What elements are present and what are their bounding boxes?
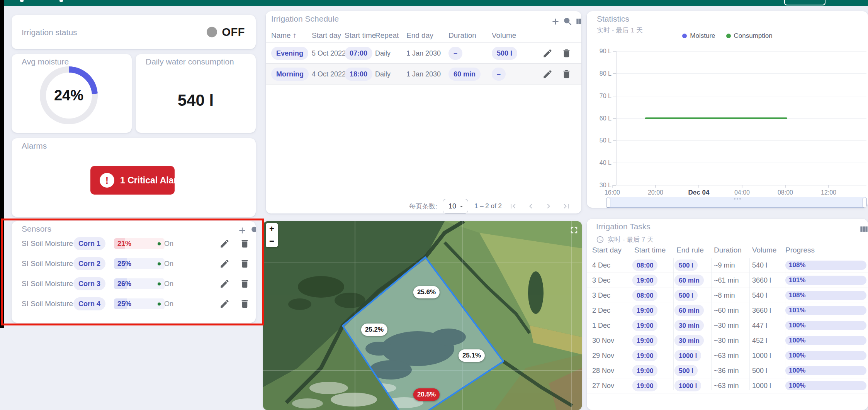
- schedule-row[interactable]: Morning4 Oct 202218:00Daily1 Jan 203060 …: [266, 64, 581, 85]
- alarm-label: 1 Critical Alarm: [120, 175, 185, 186]
- sensor-state: On: [158, 280, 173, 288]
- task-row[interactable]: 28 Nov19:00500 l~36 min500 l100%: [587, 363, 868, 378]
- topbar-clipped-text: [20, 0, 24, 2]
- time-range-scrollbar[interactable]: [607, 197, 866, 208]
- column-start-time[interactable]: Start time: [345, 31, 376, 40]
- column-end-day[interactable]: End day: [406, 31, 433, 40]
- start-time: 19:00: [632, 305, 657, 316]
- column-duration[interactable]: Duration: [448, 31, 476, 40]
- sensor-row[interactable]: SI Soil Moisture 6Corn 225%On: [12, 254, 256, 274]
- sensor-row[interactable]: SI Soil Moisture 7Corn 326%On: [12, 274, 256, 294]
- active-dot-icon: [158, 302, 161, 305]
- sensor-moisture-value: 25%: [114, 258, 165, 269]
- column-start-time[interactable]: Start time: [634, 246, 666, 254]
- range-handle-right[interactable]: [863, 198, 867, 208]
- edit-button[interactable]: [219, 279, 230, 289]
- delete-button[interactable]: [240, 239, 250, 249]
- task-row[interactable]: 4 Dec08:00500 l~9 min540 l108%: [587, 258, 868, 273]
- column-end-rule[interactable]: End rule: [676, 246, 704, 254]
- moisture-marker[interactable]: 25.1%: [459, 349, 485, 362]
- satellite-map[interactable]: [263, 221, 582, 410]
- edit-button[interactable]: [219, 259, 230, 269]
- delete-button[interactable]: [240, 259, 250, 269]
- line-chart: 90 L80 L70 L60 L50 L40 L30 L16:0020:00De…: [587, 11, 868, 208]
- clock-icon: [596, 235, 604, 244]
- svg-text:80 L: 80 L: [600, 70, 612, 77]
- column-start-day[interactable]: Start day: [592, 246, 622, 254]
- volume: 447 l: [752, 322, 767, 330]
- column-repeat[interactable]: Repeat: [375, 31, 399, 40]
- task-row[interactable]: 3 Dec08:00500 l~8 min540 l108%: [587, 288, 868, 303]
- window-edge: [0, 0, 4, 328]
- delete-button[interactable]: [240, 279, 250, 289]
- next-page-icon[interactable]: [544, 202, 553, 211]
- edit-button[interactable]: [542, 69, 553, 79]
- last-page-icon[interactable]: [562, 202, 571, 211]
- moisture-marker-alert[interactable]: 20.5%: [413, 388, 440, 401]
- column-start-day[interactable]: Start day: [312, 31, 341, 40]
- column-volume[interactable]: Volume: [752, 246, 776, 254]
- page-size-select[interactable]: 10: [443, 199, 468, 213]
- delete-button[interactable]: [561, 48, 572, 58]
- first-page-icon[interactable]: [508, 202, 518, 211]
- schedule-rows: Evening5 Oct 202207:00Daily1 Jan 2030–50…: [266, 43, 581, 85]
- topbar-button[interactable]: [784, 0, 826, 5]
- progress-badge: 100%: [785, 366, 866, 375]
- edit-button[interactable]: [542, 48, 553, 58]
- fullscreen-icon[interactable]: [570, 226, 578, 234]
- edit-button[interactable]: [219, 239, 230, 249]
- previous-page-icon[interactable]: [526, 202, 535, 211]
- progress-badge: 100%: [785, 321, 866, 330]
- duration: ~63 min: [714, 382, 739, 390]
- column-progress[interactable]: Progress: [785, 246, 815, 254]
- search-icon[interactable]: [563, 17, 573, 27]
- range-handle-left[interactable]: [606, 198, 610, 208]
- end-rule: 30 min: [674, 320, 704, 331]
- sensor-row[interactable]: SI Soil Moisture 8Corn 425%On: [12, 294, 256, 314]
- columns-icon[interactable]: [859, 224, 868, 234]
- duration: ~30 min: [714, 322, 739, 330]
- add-schedule-button[interactable]: [550, 17, 561, 27]
- column-volume[interactable]: Volume: [492, 31, 516, 40]
- sensor-state: On: [158, 240, 173, 248]
- water-consumption-value: 540 l: [136, 91, 256, 110]
- sensor-state: On: [158, 260, 173, 268]
- task-row[interactable]: 27 Nov19:001000 l~63 min1000 l100%: [587, 378, 868, 393]
- moisture-marker[interactable]: 25.6%: [413, 286, 440, 298]
- topbar-clipped-text: [59, 0, 63, 2]
- edit-button[interactable]: [219, 299, 230, 309]
- column-duration[interactable]: Duration: [714, 246, 742, 254]
- svg-text:50 L: 50 L: [600, 137, 612, 144]
- moisture-marker[interactable]: 25.2%: [361, 324, 387, 336]
- volume: 1000 l: [752, 352, 771, 360]
- start-day: 3 Dec: [592, 291, 610, 300]
- sensor-tag: Corn 2: [73, 257, 105, 270]
- irrigation-tasks-card: Irrigation Tasks 实时 - 最后 7 天 Start day S…: [587, 219, 868, 410]
- sort-arrow-icon: ↑: [293, 31, 297, 40]
- progress-badge: 101%: [785, 306, 866, 315]
- zoom-in-button[interactable]: +: [266, 223, 278, 235]
- task-row[interactable]: 3 Dec19:0060 min~61 min3660 l101%: [587, 273, 868, 288]
- top-bar: [0, 0, 868, 6]
- column-name[interactable]: Name: [271, 31, 291, 40]
- task-row[interactable]: 2 Dec19:0060 min~60 min3660 l101%: [587, 303, 868, 318]
- svg-text:90 L: 90 L: [600, 48, 612, 54]
- volume: 3660 l: [752, 276, 771, 285]
- svg-text:60 L: 60 L: [600, 115, 612, 122]
- columns-icon[interactable]: [575, 17, 581, 27]
- critical-alarm-button[interactable]: ! 1 Critical Alarm: [90, 166, 175, 195]
- delete-button[interactable]: [240, 299, 250, 309]
- task-row[interactable]: 30 Nov19:0030 min~30 min452 l100%: [587, 333, 868, 348]
- sensors-card: Sensors SI Soil Moisture 5Corn 121%OnSI …: [12, 221, 256, 323]
- volume: –: [492, 68, 506, 81]
- progress-badge: 108%: [785, 291, 866, 300]
- end-rule: 30 min: [674, 335, 704, 346]
- zoom-out-button[interactable]: −: [266, 235, 278, 247]
- delete-button[interactable]: [561, 69, 572, 79]
- task-row[interactable]: 29 Nov19:001000 l~63 min1000 l100%: [587, 348, 868, 363]
- task-row[interactable]: 1 Dec19:0030 min~30 min447 l100%: [587, 318, 868, 333]
- schedule-row[interactable]: Evening5 Oct 202207:00Daily1 Jan 2030–50…: [266, 43, 581, 64]
- repeat: Daily: [375, 49, 391, 57]
- sensor-row[interactable]: SI Soil Moisture 5Corn 121%On: [12, 234, 256, 254]
- status-indicator: OFF: [207, 26, 245, 39]
